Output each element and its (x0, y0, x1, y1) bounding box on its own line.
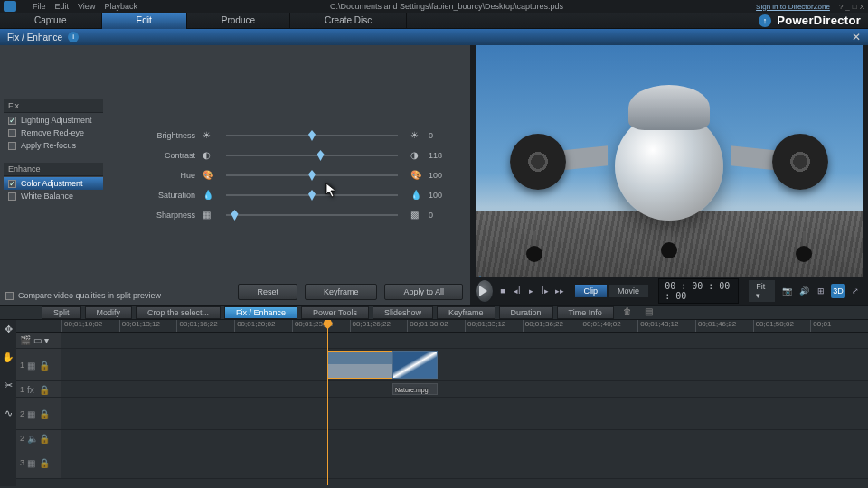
tool-split[interactable]: Split (42, 306, 81, 319)
lock-icon[interactable]: 🔒 (39, 458, 48, 467)
hue-slider[interactable] (226, 174, 398, 176)
video-track-2[interactable]: 2▦🔒 (16, 398, 868, 430)
checkbox-icon[interactable] (8, 117, 16, 125)
tool-duration[interactable]: Duration (499, 306, 553, 319)
track-header-row: 🎬▭▾ (16, 333, 868, 349)
contrast-low-icon: ◐ (203, 150, 213, 161)
visibility-icon[interactable]: ▦ (27, 409, 36, 418)
lock-icon[interactable]: 🔒 (39, 361, 48, 370)
help-icon[interactable]: ? (839, 3, 843, 11)
quality-button[interactable]: ⊞ (814, 284, 828, 298)
visibility-icon[interactable]: ▦ (27, 458, 36, 467)
mode-capture[interactable]: Capture (0, 13, 102, 29)
tool-slideshow[interactable]: Slideshow (373, 306, 433, 319)
video-track-1[interactable]: 1▦🔒 (16, 349, 868, 381)
fast-forward-button[interactable]: ▸▸ (554, 284, 565, 298)
audio-track-2[interactable]: 2🔈🔒 (16, 430, 868, 446)
preview-viewport[interactable] (476, 45, 863, 277)
timecode-display[interactable]: 00 : 00 : 00 : 00 (658, 278, 739, 304)
option-lighting[interactable]: Lighting Adjustment (4, 114, 103, 127)
slider-contrast: Contrast ◐ ◑ 118 (143, 146, 452, 164)
preview-movie-tab[interactable]: Movie (608, 284, 649, 298)
tool-crop[interactable]: Crop the select... (136, 306, 221, 319)
apply-all-button[interactable]: Apply to All (384, 284, 463, 300)
mode-create-disc[interactable]: Create Disc (290, 13, 407, 29)
option-color-adjustment[interactable]: Color Adjustment (4, 177, 103, 190)
timeline-ruler[interactable]: 00;01;10;02 00;01;13;12 00;01;16;22 00;0… (16, 320, 868, 333)
enhance-group-header: Enhance (4, 163, 103, 176)
in-point-marker-icon[interactable] (476, 271, 485, 277)
fx-icon[interactable]: fx (27, 385, 36, 394)
checkbox-icon[interactable] (8, 129, 16, 137)
tool-time-info[interactable]: Time Info (557, 306, 614, 319)
brightness-slider[interactable] (226, 135, 398, 136)
menu-file[interactable]: File (33, 2, 46, 11)
mode-produce[interactable]: Produce (187, 13, 290, 29)
option-redeye[interactable]: Remove Red-eye (4, 127, 103, 139)
tool-keyframe[interactable]: Keyframe (437, 306, 495, 319)
sharpness-slider[interactable] (226, 214, 398, 216)
3d-button[interactable]: 3D (831, 284, 845, 298)
panel-close-icon[interactable]: ✕ (852, 31, 861, 43)
snapshot-button[interactable]: 📷 (779, 284, 794, 298)
next-frame-button[interactable]: ӏ▸ (540, 284, 551, 298)
film-icon[interactable]: 🎬 (20, 335, 31, 345)
preview-clip-tab[interactable]: Clip (574, 284, 609, 298)
video-clip-2[interactable] (392, 351, 438, 379)
hand-tool-icon[interactable]: ✋ (2, 352, 14, 363)
checkbox-icon[interactable] (8, 142, 16, 150)
undock-button[interactable]: ⤢ (848, 284, 863, 298)
view-icon[interactable]: ▭ (33, 335, 42, 345)
tool-power-tools[interactable]: Power Tools (301, 306, 369, 319)
mode-edit[interactable]: Edit (102, 13, 187, 29)
info-icon[interactable]: i (68, 32, 79, 42)
sun-high-icon: ☀ (410, 130, 421, 141)
window-minimize[interactable]: _ (845, 3, 849, 11)
play-button[interactable] (476, 279, 494, 303)
compare-checkbox[interactable] (5, 292, 14, 300)
chevron-down-icon[interactable]: ▾ (44, 335, 49, 345)
trash-icon[interactable]: 🗑 (623, 306, 636, 319)
audio-icon[interactable]: 🔈 (27, 434, 36, 443)
tool-fix-enhance[interactable]: Fix / Enhance (224, 306, 297, 319)
fx-clip[interactable]: Nature.mpg (392, 383, 438, 395)
playhead[interactable] (327, 320, 328, 485)
link-tool-icon[interactable]: ∿ (5, 408, 13, 419)
razor-tool-icon[interactable]: ✂ (5, 380, 13, 391)
volume-button[interactable]: 🔊 (797, 284, 811, 298)
visibility-icon[interactable]: ▦ (27, 361, 36, 370)
checkbox-icon[interactable] (8, 180, 16, 188)
window-maximize[interactable]: □ (853, 3, 857, 11)
contrast-slider[interactable] (226, 155, 398, 156)
clip-tools-row: Split Modify Crop the select... Fix / En… (0, 305, 868, 320)
signin-link[interactable]: Sign in to DirectorZone (756, 3, 830, 11)
tool-modify[interactable]: Modify (85, 306, 133, 319)
more-tools-icon[interactable]: ▤ (645, 306, 657, 319)
prev-frame-button[interactable]: ◂ӏ (512, 284, 523, 298)
fix-group-header: Fix (4, 99, 103, 113)
option-white-balance[interactable]: White Balance (4, 190, 103, 202)
panel-title: Fix / Enhance (7, 33, 62, 42)
brand-icon: ↑ (759, 14, 771, 27)
video-track-3[interactable]: 3▦🔒 (16, 446, 868, 479)
video-clip-1[interactable] (327, 351, 392, 379)
checkbox-icon[interactable] (8, 192, 16, 201)
lock-icon[interactable]: 🔒 (39, 409, 48, 418)
saturation-slider[interactable] (226, 194, 398, 196)
lock-icon[interactable]: 🔒 (39, 385, 48, 394)
pointer-tool-icon[interactable]: ✥ (5, 324, 13, 335)
next-button[interactable]: ▸ (525, 284, 536, 298)
menu-view[interactable]: View (78, 2, 95, 11)
option-refocus[interactable]: Apply Re-focus (4, 139, 103, 152)
title-bar: File Edit View Playback C:\Documents and… (0, 0, 868, 13)
menu-edit[interactable]: Edit (55, 2, 70, 11)
menu-playback[interactable]: Playback (104, 2, 137, 11)
fx-track-1[interactable]: 1fx🔒 Nature.mpg (16, 381, 868, 398)
reset-button[interactable]: Reset (238, 284, 297, 300)
zoom-fit-dropdown[interactable]: Fit ▾ (748, 279, 776, 303)
window-close[interactable]: X (860, 3, 864, 11)
timeline: ✥ ✋ ✂ ∿ 00;01;10;02 00;01;13;12 00;01;16… (0, 320, 868, 486)
stop-button[interactable]: ■ (497, 284, 508, 298)
keyframe-button[interactable]: Keyframe (305, 284, 378, 300)
lock-icon[interactable]: 🔒 (39, 434, 48, 443)
